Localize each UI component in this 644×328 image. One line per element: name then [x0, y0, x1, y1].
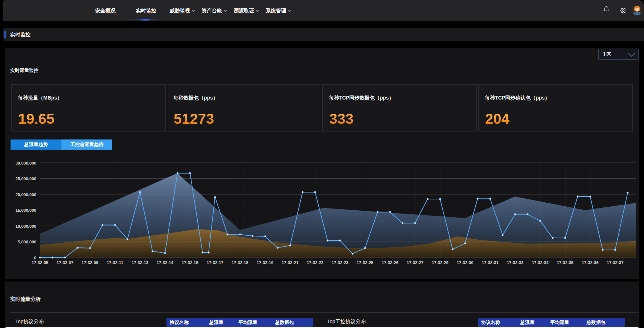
svg-text:17:32:18: 17:32:18 [232, 260, 249, 265]
svg-text:17:32:30: 17:32:30 [457, 260, 474, 265]
svg-text:17:32:07: 17:32:07 [57, 260, 73, 265]
svg-text:17:32:17: 17:32:17 [207, 260, 224, 265]
svg-text:20,000,000: 20,000,000 [15, 193, 36, 197]
svg-text:17:32:13: 17:32:13 [132, 260, 148, 265]
svg-text:17:32:21: 17:32:21 [282, 260, 299, 265]
svg-text:17:32:36: 17:32:36 [582, 260, 599, 265]
svg-text:10,000,000: 10,000,000 [15, 224, 36, 228]
svg-text:17:32:15: 17:32:15 [182, 260, 199, 265]
svg-text:17:32:11: 17:32:11 [107, 260, 124, 265]
svg-text:17:32:34: 17:32:34 [532, 260, 549, 265]
svg-text:17:32:33: 17:32:33 [507, 260, 523, 265]
svg-text:0: 0 [34, 256, 36, 260]
svg-text:17:32:19: 17:32:19 [257, 260, 273, 265]
svg-text:17:32:26: 17:32:26 [382, 260, 398, 265]
svg-text:17:32:09: 17:32:09 [82, 260, 98, 265]
svg-text:17:32:14: 17:32:14 [157, 260, 174, 265]
svg-text:25,000,000: 25,000,000 [15, 177, 36, 181]
svg-text:17:32:22: 17:32:22 [307, 260, 323, 265]
svg-text:17:32:35: 17:32:35 [557, 260, 574, 265]
svg-text:17:32:29: 17:32:29 [432, 260, 448, 265]
svg-text:15,000,000: 15,000,000 [15, 208, 36, 212]
svg-text:17:32:31: 17:32:31 [482, 260, 499, 265]
svg-text:17:32:27: 17:32:27 [407, 260, 423, 265]
svg-text:17:32:25: 17:32:25 [357, 260, 374, 265]
svg-text:17:32:37: 17:32:37 [607, 260, 624, 265]
svg-text:5,000,000: 5,000,000 [18, 240, 36, 244]
svg-text:17:32:23: 17:32:23 [332, 260, 349, 265]
svg-text:30,000,000: 30,000,000 [15, 161, 36, 165]
svg-text:17:32:05: 17:32:05 [32, 260, 49, 265]
